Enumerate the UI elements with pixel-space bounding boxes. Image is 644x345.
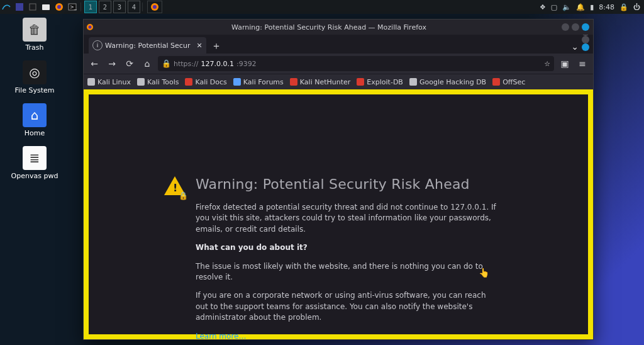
tray-clock[interactable]: 8:48 bbox=[599, 3, 614, 11]
desktop-openvas-pwd[interactable]: ≣ Openvas pwd bbox=[9, 146, 60, 180]
url-port: :9392 bbox=[236, 60, 257, 68]
reader-mode-icon[interactable]: ▣ bbox=[558, 57, 572, 71]
bookmark-icon bbox=[492, 78, 500, 86]
bookmark-google-hacking-db[interactable]: Google Hacking DB bbox=[409, 78, 486, 86]
svg-point-8 bbox=[153, 5, 157, 9]
tray-power-icon[interactable]: ⏻ bbox=[633, 3, 640, 11]
workspace-3[interactable]: 3 bbox=[113, 1, 126, 13]
workspace-2[interactable]: 2 bbox=[99, 1, 111, 13]
bookmark-kali-tools[interactable]: Kali Tools bbox=[137, 78, 179, 86]
tabs-dropdown-icon[interactable]: ⌄ bbox=[568, 40, 582, 54]
tray-battery-icon[interactable]: ▮ bbox=[590, 3, 594, 11]
bookmark-kali-forums[interactable]: Kali Forums bbox=[233, 78, 284, 86]
desktop-label: Trash bbox=[9, 43, 60, 52]
workspace-4[interactable]: 4 bbox=[128, 1, 140, 13]
bookmark-icon bbox=[137, 78, 145, 86]
bookmark-label: Exploit-DB bbox=[367, 78, 403, 86]
svg-rect-1 bbox=[30, 4, 36, 10]
panel-app-1-icon[interactable] bbox=[13, 1, 26, 13]
taskbar-firefox[interactable] bbox=[147, 1, 162, 13]
kali-menu-icon[interactable] bbox=[0, 1, 13, 13]
tray-display-icon[interactable]: ▢ bbox=[551, 3, 557, 11]
warning-title: Warning: Potential Security Risk Ahead bbox=[196, 176, 470, 192]
nav-forward-button[interactable]: → bbox=[105, 57, 119, 71]
bookmark-icon bbox=[357, 78, 364, 86]
svg-point-10 bbox=[89, 26, 92, 29]
warning-paragraph-3: If you are on a corporate network or usi… bbox=[196, 290, 497, 323]
desktop-filesystem[interactable]: ◎ File System bbox=[9, 60, 60, 94]
bookmark-icon bbox=[290, 78, 297, 86]
window-minimize-button[interactable] bbox=[562, 23, 569, 31]
desktop-label: File System bbox=[9, 86, 60, 94]
workspace-1[interactable]: 1 bbox=[84, 1, 97, 13]
bookmark-label: Kali Docs bbox=[195, 78, 226, 86]
app-menu-icon[interactable]: ≡ bbox=[575, 57, 589, 71]
tray-usb-icon[interactable]: ❖ bbox=[540, 3, 546, 11]
home-icon: ⌂ bbox=[23, 103, 47, 127]
trash-icon: 🗑 bbox=[23, 18, 47, 42]
url-host: 127.0.0.1 bbox=[201, 60, 233, 68]
panel-terminal-icon[interactable]: >_ bbox=[66, 1, 79, 13]
bookmark-kali-nethunter[interactable]: Kali NetHunter bbox=[290, 78, 351, 86]
bookmark-label: Kali Tools bbox=[147, 78, 179, 86]
tray-notifications-icon[interactable]: 🔔 bbox=[576, 3, 585, 11]
tab-close-icon[interactable]: ✕ bbox=[196, 42, 202, 50]
bookmark-star-icon[interactable]: ☆ bbox=[544, 60, 550, 68]
bookmark-exploit-db[interactable]: Exploit-DB bbox=[357, 78, 403, 86]
bookmark-label: Kali NetHunter bbox=[300, 78, 351, 86]
window-titlebar[interactable]: Warning: Potential Security Risk Ahead —… bbox=[84, 20, 593, 35]
bookmark-offsec[interactable]: OffSec bbox=[492, 78, 525, 86]
new-tab-button[interactable]: ＋ bbox=[209, 38, 224, 54]
panel-files-icon[interactable] bbox=[40, 1, 52, 13]
warning-subheading: What can you do about it? bbox=[196, 242, 497, 253]
inner-close-button[interactable] bbox=[582, 43, 589, 51]
tray-lock-icon[interactable]: 🔒 bbox=[619, 3, 628, 11]
bookmark-kali-docs[interactable]: Kali Docs bbox=[185, 78, 226, 86]
drive-icon: ◎ bbox=[23, 60, 47, 84]
warning-paragraph-1: Firefox detected a potential security th… bbox=[196, 202, 497, 235]
os-panel: >_ 1 2 3 4 ❖ ▢ 🔈 🔔 ▮ 8:48 🔒 ⏻ bbox=[0, 0, 644, 14]
bookmark-icon bbox=[87, 78, 95, 86]
bookmark-icon bbox=[409, 78, 417, 86]
mouse-cursor-icon: 👆 bbox=[479, 268, 489, 278]
panel-firefox-icon[interactable] bbox=[53, 1, 65, 13]
browser-tab-1[interactable]: i Warning: Potential Secur ✕ bbox=[89, 37, 206, 54]
firefox-window: Warning: Potential Security Risk Ahead —… bbox=[83, 19, 594, 340]
tray-volume-icon[interactable]: 🔈 bbox=[562, 3, 571, 11]
app-firefox-icon bbox=[84, 23, 96, 31]
learn-more-link[interactable]: Learn more… bbox=[196, 332, 246, 341]
desktop-label: Openvas pwd bbox=[9, 172, 60, 180]
svg-rect-0 bbox=[16, 3, 23, 11]
desktop-home[interactable]: ⌂ Home bbox=[9, 103, 60, 137]
warning-paragraph-2: The issue is most likely with the websit… bbox=[196, 261, 497, 283]
desktop: 🗑 Trash ◎ File System ⌂ Home ≣ Openvas p… bbox=[0, 18, 69, 189]
tab-strip: i Warning: Potential Secur ✕ ＋ ⌄ bbox=[84, 35, 593, 54]
tab-title: Warning: Potential Secur bbox=[105, 42, 190, 50]
inner-maximize-button[interactable] bbox=[582, 36, 589, 43]
svg-rect-2 bbox=[42, 4, 50, 10]
lock-overlay-icon: 🔒 bbox=[179, 191, 188, 200]
nav-back-button[interactable]: ← bbox=[87, 57, 101, 71]
bookmark-kali-linux[interactable]: Kali Linux bbox=[87, 78, 131, 86]
url-bar[interactable]: 🔒 https://127.0.0.1:9392 ☆ bbox=[158, 56, 554, 71]
window-maximize-button[interactable] bbox=[572, 23, 579, 31]
svg-point-4 bbox=[57, 5, 61, 9]
info-icon: i bbox=[92, 40, 103, 50]
page-viewport: ! 🔒 Warning: Potential Security Risk Ahe… bbox=[84, 89, 593, 339]
nav-reload-button[interactable]: ⟳ bbox=[123, 57, 136, 71]
panel-app-2-icon[interactable] bbox=[26, 1, 39, 13]
window-close-button[interactable] bbox=[582, 23, 589, 31]
navigation-bar: ← → ⟳ ⌂ 🔒 https://127.0.0.1:9392 ☆ ▣ ≡ bbox=[84, 54, 593, 74]
svg-text:>_: >_ bbox=[70, 4, 77, 10]
bookmark-icon bbox=[233, 78, 241, 86]
bookmarks-toolbar: Kali LinuxKali ToolsKali DocsKali Forums… bbox=[84, 74, 593, 89]
document-icon: ≣ bbox=[23, 146, 47, 170]
bookmark-label: OffSec bbox=[502, 78, 525, 86]
desktop-trash[interactable]: 🗑 Trash bbox=[9, 18, 60, 52]
desktop-label: Home bbox=[9, 129, 60, 137]
insecure-lock-icon: 🔒 bbox=[162, 59, 171, 68]
window-title: Warning: Potential Security Risk Ahead —… bbox=[96, 23, 562, 31]
error-page: ! 🔒 Warning: Potential Security Risk Ahe… bbox=[89, 94, 588, 334]
nav-home-button[interactable]: ⌂ bbox=[140, 57, 154, 71]
bookmark-label: Google Hacking DB bbox=[419, 78, 486, 86]
